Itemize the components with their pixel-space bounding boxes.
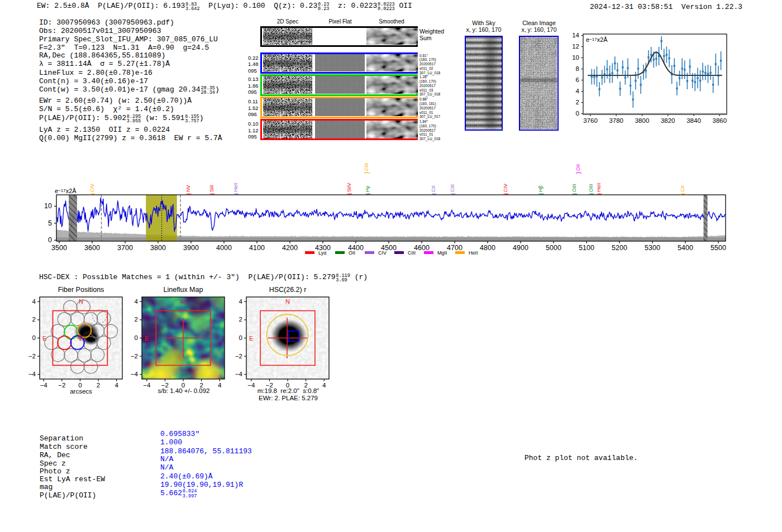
svg-text:3500: 3500 (51, 244, 67, 252)
svg-text:−4: −4 (235, 371, 243, 377)
svg-text:N: N (79, 298, 83, 305)
svg-text:4100: 4100 (249, 244, 265, 252)
svg-text:4: 4 (239, 298, 243, 305)
svg-text:E: E (249, 335, 253, 342)
svg-text:3840: 3840 (686, 117, 701, 124)
svg-text:−2: −2 (28, 353, 36, 360)
svg-text:3820: 3820 (661, 117, 675, 124)
svg-text:E: E (42, 335, 46, 342)
svg-text:3800: 3800 (635, 117, 650, 124)
svg-text:0: 0 (576, 110, 579, 117)
svg-text:−2: −2 (131, 353, 138, 360)
svg-text:5300: 5300 (645, 244, 660, 252)
svg-text:0: 0 (48, 236, 52, 244)
svg-text:4900: 4900 (513, 244, 528, 252)
svg-text:4: 4 (135, 298, 139, 305)
svg-text:−4: −4 (28, 371, 36, 377)
svg-text:14: 14 (572, 32, 579, 39)
svg-text:4000: 4000 (216, 244, 232, 252)
svg-text:3860: 3860 (713, 117, 727, 124)
svg-text:2: 2 (32, 316, 36, 323)
svg-text:2: 2 (135, 316, 138, 323)
svg-text:N: N (285, 298, 290, 305)
svg-text:3900: 3900 (183, 244, 199, 252)
svg-text:5000: 5000 (546, 244, 561, 252)
svg-text:10: 10 (572, 54, 579, 61)
svg-text:3600: 3600 (84, 244, 100, 252)
svg-text:2: 2 (239, 316, 242, 323)
svg-text:−4: −4 (131, 371, 139, 377)
svg-text:4200: 4200 (282, 244, 298, 252)
svg-text:6: 6 (576, 76, 579, 83)
svg-text:4800: 4800 (480, 244, 495, 252)
svg-text:4: 4 (576, 88, 580, 94)
svg-text:0: 0 (135, 334, 138, 341)
svg-text:10: 10 (44, 202, 52, 210)
svg-text:e−17x2Å: e−17x2Å (586, 36, 608, 43)
svg-text:2: 2 (576, 99, 579, 106)
svg-text:3800: 3800 (150, 244, 166, 252)
svg-text:12: 12 (572, 43, 579, 50)
svg-text:N: N (181, 298, 185, 305)
svg-text:e−17x2Å: e−17x2Å (55, 188, 77, 194)
svg-text:E: E (145, 335, 149, 342)
svg-text:5400: 5400 (678, 244, 693, 252)
svg-text:4: 4 (32, 298, 36, 305)
svg-text:3700: 3700 (117, 244, 133, 252)
svg-text:−2: −2 (235, 353, 242, 360)
svg-text:5100: 5100 (579, 244, 594, 252)
svg-text:3760: 3760 (583, 117, 598, 124)
svg-text:0: 0 (239, 334, 242, 341)
svg-text:5200: 5200 (612, 244, 627, 252)
svg-text:0: 0 (32, 334, 36, 341)
svg-text:3780: 3780 (609, 117, 623, 124)
svg-text:5500: 5500 (711, 244, 726, 252)
svg-text:8: 8 (576, 65, 579, 72)
svg-text:5: 5 (48, 219, 52, 227)
